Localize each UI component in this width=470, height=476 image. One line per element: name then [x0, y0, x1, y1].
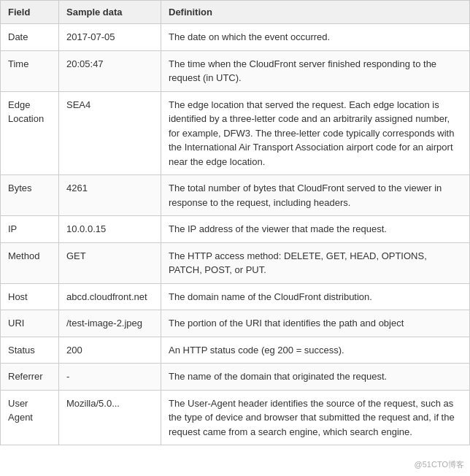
cell-definition: The HTTP access method: DELETE, GET, HEA… [161, 242, 470, 283]
cell-field: Status [1, 337, 59, 364]
cell-definition: The domain name of the CloudFront distri… [161, 283, 470, 310]
cell-definition: The name of the domain that originated t… [161, 364, 470, 391]
table-row: User AgentMozilla/5.0...The User-Agent h… [1, 390, 470, 445]
cell-definition: The date on which the event occurred. [161, 24, 470, 51]
cell-sample: abcd.cloudfront.net [59, 283, 161, 310]
header-sample: Sample data [59, 1, 161, 24]
cell-field: Referrer [1, 364, 59, 391]
cell-field: User Agent [1, 390, 59, 445]
cell-sample: 4261 [59, 175, 161, 216]
cell-field: URI [1, 310, 59, 337]
cell-sample: GET [59, 242, 161, 283]
table-row: Date2017-07-05The date on which the even… [1, 24, 470, 51]
cell-definition: The IP address of the viewer that made t… [161, 216, 470, 243]
cell-field: Bytes [1, 175, 59, 216]
table-row: IP10.0.0.15The IP address of the viewer … [1, 216, 470, 243]
cell-field: Host [1, 283, 59, 310]
header-field: Field [1, 1, 59, 24]
table-row: Time20:05:47The time when the CloudFront… [1, 50, 470, 91]
cell-sample: 200 [59, 337, 161, 364]
cell-definition: The time when the CloudFront server fini… [161, 50, 470, 91]
header-definition: Definition [161, 1, 470, 24]
cell-definition: An HTTP status code (eg 200 = success). [161, 337, 470, 364]
cell-field: IP [1, 216, 59, 243]
table-row: URI/test-image-2.jpegThe portion of the … [1, 310, 470, 337]
cell-field: Date [1, 24, 59, 51]
table-row: MethodGETThe HTTP access method: DELETE,… [1, 242, 470, 283]
table-row: Edge LocationSEA4The edge location that … [1, 91, 470, 175]
cell-definition: The User-Agent header identifies the sou… [161, 390, 470, 445]
cell-definition: The portion of the URI that identifies t… [161, 310, 470, 337]
cell-sample: 10.0.0.15 [59, 216, 161, 243]
cell-sample: Mozilla/5.0... [59, 390, 161, 445]
table-row: Bytes4261The total number of bytes that … [1, 175, 470, 216]
cell-sample: /test-image-2.jpeg [59, 310, 161, 337]
cell-sample: 2017-07-05 [59, 24, 161, 51]
table-row: Hostabcd.cloudfront.netThe domain name o… [1, 283, 470, 310]
table-row: Referrer-The name of the domain that ori… [1, 364, 470, 391]
cell-definition: The edge location that served the reques… [161, 91, 470, 175]
cell-field: Edge Location [1, 91, 59, 175]
cell-sample: SEA4 [59, 91, 161, 175]
cell-definition: The total number of bytes that CloudFron… [161, 175, 470, 216]
cell-field: Method [1, 242, 59, 283]
cell-field: Time [1, 50, 59, 91]
table-row: Status200An HTTP status code (eg 200 = s… [1, 337, 470, 364]
cell-sample: - [59, 364, 161, 391]
cell-sample: 20:05:47 [59, 50, 161, 91]
